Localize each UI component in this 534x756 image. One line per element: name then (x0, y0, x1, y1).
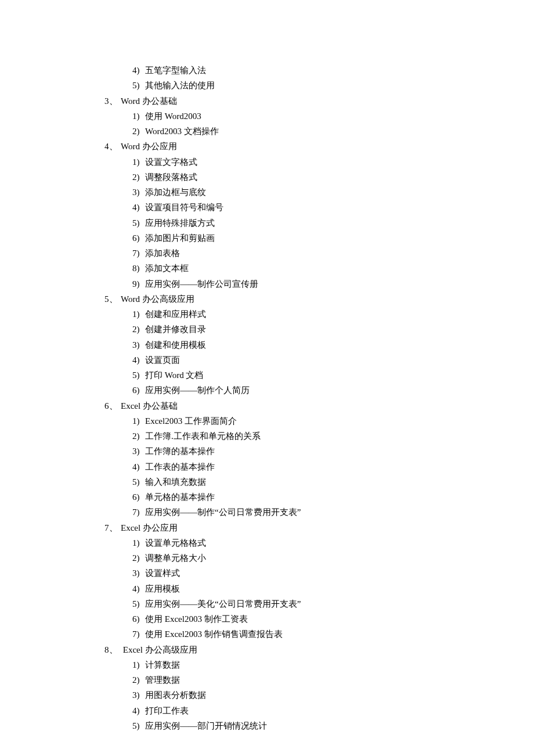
item-marker: 1) (132, 109, 145, 124)
item-text: 输入和填充数据 (145, 477, 206, 487)
item-marker: 8) (132, 261, 145, 276)
section-heading: 3、Word 办公基础 (104, 93, 534, 109)
item-marker: 6、 (104, 398, 121, 413)
list-item: 2)工作簿.工作表和单元格的关系 (104, 429, 534, 444)
item-text: 添加表格 (145, 249, 180, 258)
item-text: Excel2003 工作界面简介 (145, 416, 237, 426)
list-item: 1)使用 Word2003 (104, 109, 534, 124)
list-item: 3)设置样式 (104, 566, 534, 581)
item-marker: 5) (132, 215, 145, 231)
item-text: 五笔字型输入法 (145, 66, 206, 75)
item-marker: 2) (132, 672, 145, 687)
item-text: 设置文字格式 (145, 157, 197, 167)
list-item: 7)应用实例——制作“公司日常费用开支表” (104, 505, 534, 520)
list-item: 2)创建并修改目录 (104, 322, 534, 337)
item-marker: 6) (132, 383, 145, 398)
section-heading: 5、Word 办公高级应用 (104, 291, 534, 307)
item-text: 设置项目符号和编号 (145, 203, 223, 212)
list-item: 5)其他输入法的使用 (104, 78, 534, 93)
list-item: 6)应用实例——制作个人简历 (104, 383, 534, 398)
list-item: 6)使用 Excel2003 制作工资表 (104, 611, 534, 627)
list-item: 9)应用实例——制作公司宣传册 (104, 276, 534, 291)
list-item: 4)应用模板 (104, 581, 534, 596)
item-text: 调整段落格式 (145, 172, 197, 182)
item-text: Excel 办公应用 (121, 523, 178, 532)
item-marker: 8、 (104, 642, 121, 657)
item-text: Excel 办公基础 (121, 401, 178, 411)
list-item: 4)工作表的基本操作 (104, 459, 534, 474)
list-item: 5)输入和填充数据 (104, 474, 534, 489)
list-item: 3)创建和使用模板 (104, 337, 534, 352)
item-text: 添加文本框 (145, 264, 189, 273)
item-text: 应用模板 (145, 584, 180, 593)
item-text: 工作簿.工作表和单元格的关系 (145, 431, 261, 441)
list-item: 6)单元格的基本操作 (104, 489, 534, 505)
item-text: 调整单元格大小 (145, 553, 206, 563)
list-item: 3)添加边框与底纹 (104, 185, 534, 200)
item-marker: 4) (132, 352, 145, 368)
item-marker: 9) (132, 276, 145, 291)
item-marker: 3) (132, 444, 145, 459)
item-marker: 1) (132, 657, 145, 672)
list-item: 3)工作簿的基本操作 (104, 444, 534, 459)
item-marker: 3) (132, 687, 145, 703)
item-text: 使用 Word2003 (145, 111, 201, 121)
list-item: 5)应用实例——美化“公司日常费用开支表” (104, 596, 534, 611)
item-text: 打印工作表 (145, 706, 189, 715)
section-heading: 4、Word 办公应用 (104, 139, 534, 154)
item-marker: 3) (132, 337, 145, 352)
item-text: 应用实例——部门开销情况统计 (145, 721, 267, 730)
list-item: 5)打印 Word 文档 (104, 368, 534, 383)
list-item: 2)调整段落格式 (104, 170, 534, 185)
item-marker: 1) (132, 307, 145, 322)
section-heading: 6、Excel 办公基础 (104, 398, 534, 413)
item-marker: 6) (132, 231, 145, 246)
item-text: 打印 Word 文档 (145, 370, 203, 380)
item-marker: 5) (132, 718, 145, 733)
list-item: 4)打印工作表 (104, 703, 534, 718)
item-marker: 4) (132, 459, 145, 474)
item-text: 添加图片和剪贴画 (145, 233, 215, 243)
item-text: 管理数据 (145, 675, 180, 685)
item-text: 应用实例——制作公司宣传册 (145, 279, 258, 289)
item-marker: 5) (132, 474, 145, 489)
item-marker: 5) (132, 368, 145, 383)
item-text: 工作簿的基本操作 (145, 447, 215, 456)
section-heading: 8、 Excel 办公高级应用 (104, 642, 534, 657)
item-marker: 4、 (104, 139, 121, 154)
list-item: 1)创建和应用样式 (104, 307, 534, 322)
item-text: 应用实例——美化“公司日常费用开支表” (145, 599, 301, 609)
list-item: 2)调整单元格大小 (104, 550, 534, 566)
list-item: 2)Word2003 文档操作 (104, 124, 534, 139)
item-marker: 4) (132, 703, 145, 718)
item-marker: 2) (132, 124, 145, 139)
item-text: 工作表的基本操作 (145, 462, 215, 471)
section-heading: 7、Excel 办公应用 (104, 520, 534, 535)
item-marker: 7) (132, 627, 145, 642)
item-text: 添加边框与底纹 (145, 188, 206, 197)
item-marker: 1) (132, 154, 145, 170)
item-marker: 7) (132, 505, 145, 520)
item-text: 创建并修改目录 (145, 325, 206, 334)
item-marker: 2) (132, 429, 145, 444)
item-marker: 5) (132, 78, 145, 93)
item-marker: 3、 (104, 93, 121, 109)
item-text: Word 办公应用 (121, 142, 177, 151)
item-marker: 5) (132, 596, 145, 611)
list-item: 2)管理数据 (104, 672, 534, 687)
item-text: 应用实例——制作个人简历 (145, 386, 250, 395)
item-marker: 2) (132, 550, 145, 566)
item-marker: 4) (132, 581, 145, 596)
list-item: 3)用图表分析数据 (104, 687, 534, 703)
item-text: 应用特殊排版方式 (145, 218, 215, 228)
list-item: 1)设置单元格格式 (104, 535, 534, 550)
list-item: 5)应用特殊排版方式 (104, 215, 534, 231)
item-text: 应用实例——制作“公司日常费用开支表” (145, 507, 301, 517)
list-item: 4)五笔字型输入法 (104, 63, 534, 78)
item-text: Word 办公基础 (121, 96, 177, 106)
item-marker: 3) (132, 185, 145, 200)
item-text: 创建和应用样式 (145, 309, 206, 319)
list-item: 1)设置文字格式 (104, 154, 534, 170)
list-item: 4)设置页面 (104, 352, 534, 368)
item-text: 单元格的基本操作 (145, 492, 215, 502)
